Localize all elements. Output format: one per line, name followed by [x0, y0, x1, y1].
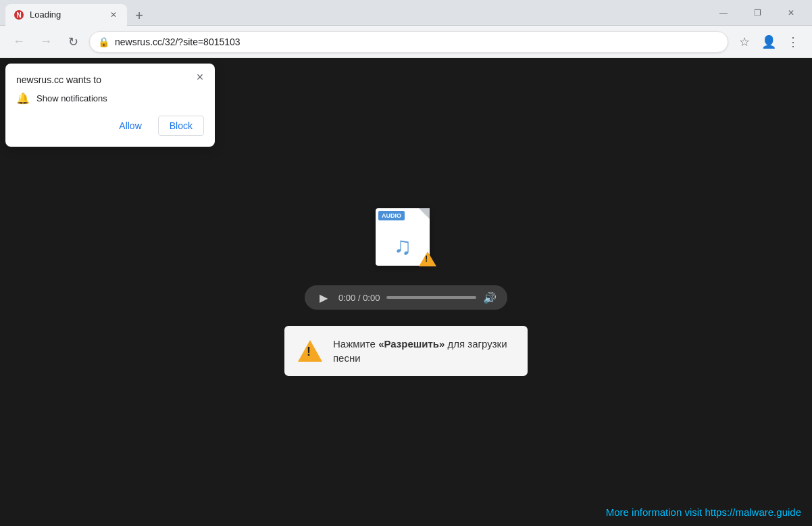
notification-popup: × newsrus.cc wants to 🔔 Show notificatio… [5, 64, 215, 147]
center-content: AUDIO ♫ ▶ 0:00 / 0:00 🔊 [284, 208, 528, 376]
reload-button[interactable]: ↻ [62, 31, 84, 53]
tab-title: Loading [30, 9, 103, 20]
popup-notification-row: 🔔 Show notifications [16, 92, 204, 105]
allow-button[interactable]: Allow [108, 116, 152, 136]
progress-bar[interactable] [386, 296, 476, 299]
message-text-part1: Нажмите [333, 338, 378, 350]
warning-triangle-icon [419, 252, 436, 266]
message-text-bold: «Разрешить» [378, 338, 445, 350]
volume-button[interactable]: 🔊 [483, 291, 497, 304]
tab-close-button[interactable]: ✕ [108, 9, 119, 20]
popup-title: newsrus.cc wants to [16, 74, 204, 85]
tab-strip: N Loading ✕ + [5, 0, 700, 26]
url-bar[interactable]: 🔒 newsrus.cc/32/?site=8015103 [89, 31, 728, 53]
audio-notes-icon: ♫ [394, 232, 412, 260]
close-button[interactable]: ✕ [776, 2, 807, 24]
audio-warning-badge [419, 252, 436, 269]
audio-icon-wrapper: AUDIO ♫ [376, 208, 436, 269]
window-controls: — ❐ ✕ [708, 2, 807, 24]
menu-button[interactable]: ⋮ [782, 31, 804, 53]
address-actions: ☆ 👤 ⋮ [734, 31, 804, 53]
svg-text:N: N [16, 11, 21, 19]
title-bar: N Loading ✕ + — ❐ ✕ [0, 0, 812, 26]
popup-buttons: Allow Block [16, 116, 204, 136]
message-warning-triangle [298, 340, 322, 362]
tab-favicon: N [14, 9, 24, 20]
bell-icon: 🔔 [16, 92, 30, 105]
active-tab[interactable]: N Loading ✕ [5, 4, 127, 26]
message-text: Нажмите «Разрешить» для загрузки песни [333, 337, 514, 365]
message-box: Нажмите «Разрешить» для загрузки песни [284, 326, 528, 376]
new-tab-button[interactable]: + [130, 7, 149, 26]
time-display: 0:00 / 0:00 [338, 293, 380, 303]
audio-player: ▶ 0:00 / 0:00 🔊 [305, 285, 507, 310]
page-content: × newsrus.cc wants to 🔔 Show notificatio… [0, 58, 812, 526]
watermark: More information visit https://malware.g… [606, 506, 801, 518]
lock-icon: 🔒 [98, 37, 109, 47]
back-button[interactable]: ← [8, 31, 30, 53]
play-button[interactable]: ▶ [315, 289, 332, 306]
popup-notification-text: Show notifications [36, 93, 107, 103]
address-bar: ← → ↻ 🔒 newsrus.cc/32/?site=8015103 ☆ 👤 … [0, 26, 812, 58]
popup-close-button[interactable]: × [192, 69, 208, 85]
message-warning-icon [298, 339, 322, 363]
forward-button[interactable]: → [35, 31, 57, 53]
minimize-button[interactable]: — [708, 2, 739, 24]
block-button[interactable]: Block [158, 116, 204, 136]
profile-button[interactable]: 👤 [758, 31, 780, 53]
play-icon: ▶ [320, 291, 328, 304]
maximize-button[interactable]: ❐ [742, 2, 773, 24]
audio-badge: AUDIO [378, 211, 405, 220]
url-text: newsrus.cc/32/?site=8015103 [115, 37, 719, 47]
browser-window: N Loading ✕ + — ❐ ✕ ← → ↻ 🔒 newsrus.cc/3… [0, 0, 812, 526]
bookmark-button[interactable]: ☆ [734, 31, 755, 53]
